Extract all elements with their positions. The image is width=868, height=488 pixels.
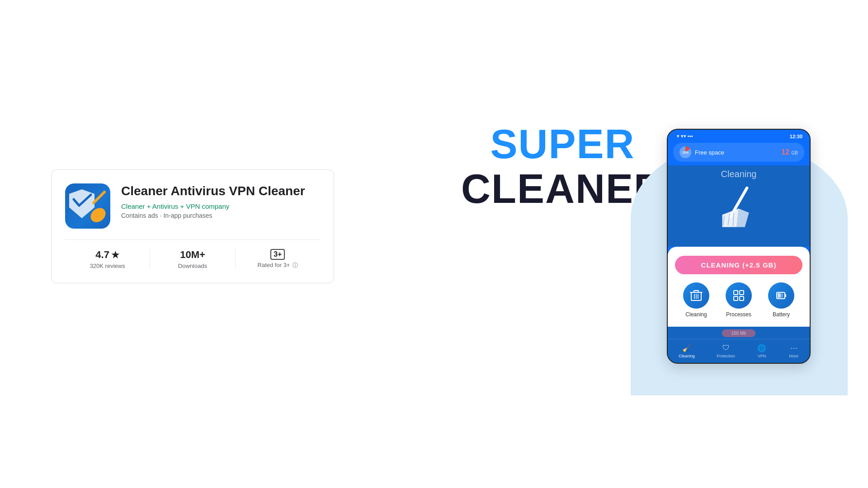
rating-value: 4.7★ <box>95 249 119 261</box>
star-icon: ★ <box>111 249 119 260</box>
app-icon <box>65 183 110 229</box>
phone-bottom-card: CLEANING (+2.5 GB) Cleaning <box>668 247 810 327</box>
processes-icon <box>732 289 745 302</box>
cleaning-action-button[interactable]: CLEANING (+2.5 GB) <box>675 256 802 274</box>
nav-more-label: More <box>789 354 798 358</box>
stat-downloads: 10M+ Downloads <box>150 249 235 269</box>
svg-rect-16 <box>734 291 738 295</box>
brand-title: SUPER CLEANER <box>461 122 664 211</box>
nav-item-more[interactable]: ⋯ More <box>789 343 799 358</box>
downloads-label: Downloads <box>178 263 207 269</box>
strip-size-label: 186 Mb <box>722 329 755 337</box>
svg-rect-18 <box>734 296 738 300</box>
app-developer: Cleaner + Antivirus + VPN company <box>121 202 320 210</box>
phone-battery-label-text: Battery <box>773 311 790 318</box>
app-title: Cleaner Antivirus VPN Cleaner <box>121 183 320 199</box>
svg-rect-22 <box>778 293 781 298</box>
phone-icon-processes[interactable]: Processes <box>726 282 752 318</box>
svg-line-1 <box>94 192 104 203</box>
app-card-header: Cleaner Antivirus VPN Cleaner Cleaner + … <box>65 183 320 229</box>
phone-processes-icon-circle <box>726 282 752 309</box>
phone-bottom-strip: 186 Mb <box>668 327 810 339</box>
progress-circle: 15% <box>679 146 691 158</box>
app-info: Cleaner Antivirus VPN Cleaner Cleaner + … <box>121 183 320 219</box>
svg-rect-21 <box>785 294 786 297</box>
nav-cleaning-label: Cleaning <box>679 354 695 358</box>
phone-nav-bar: 🧹 Cleaning 🛡 Protection 🌐 VPN ⋯ More <box>668 339 810 363</box>
phone-cleaning-label: Cleaning <box>721 169 757 179</box>
app-store-card: Cleaner Antivirus VPN Cleaner Cleaner + … <box>51 169 334 283</box>
nav-protection-label: Protection <box>717 354 735 358</box>
phone-icon-battery[interactable]: Battery <box>768 282 794 318</box>
phone-mockup-container: ▾ ▾▾ ▪▪▪ 12:30 15% Free space 12 GB Clea… <box>667 129 816 364</box>
free-space-label: Free space <box>695 149 724 156</box>
nav-vpn-icon: 🌐 <box>757 343 767 353</box>
free-space-number: 12 <box>781 148 789 156</box>
nav-protection-icon: 🛡 <box>721 343 731 353</box>
rated-label: Rated for 3+ ⓘ <box>258 262 298 269</box>
nav-vpn-label: VPN <box>758 354 766 358</box>
phone-mockup: ▾ ▾▾ ▪▪▪ 12:30 15% Free space 12 GB Clea… <box>667 129 811 364</box>
phone-main-area: Cleaning <box>668 165 810 247</box>
phone-cleaning-label-text: Cleaning <box>685 311 707 318</box>
app-icon-svg <box>67 186 108 226</box>
broom-icon-svg <box>716 184 761 229</box>
brand-super-text: SUPER <box>461 122 664 167</box>
nav-cleaning-icon: 🧹 <box>682 343 692 353</box>
nav-item-protection[interactable]: 🛡 Protection <box>717 343 735 358</box>
nav-item-vpn[interactable]: 🌐 VPN <box>757 343 767 358</box>
stat-rating-age: 3+ Rated for 3+ ⓘ <box>235 249 320 269</box>
free-space-unit: GB <box>792 150 798 155</box>
phone-icons-row: Cleaning Processes <box>675 282 802 318</box>
signal-icons: ▾ ▾▾ ▪▪▪ <box>675 133 693 139</box>
svg-rect-17 <box>740 291 744 295</box>
svg-rect-23 <box>781 293 783 298</box>
app-meta: Contains ads · In-app purchases <box>121 212 320 219</box>
phone-processes-label-text: Processes <box>726 311 751 318</box>
phone-cleaning-icon-circle <box>683 282 709 309</box>
svg-rect-12 <box>694 291 698 292</box>
app-stats: 4.7★ 320K reviews 10M+ Downloads 3+ Rate… <box>65 239 320 269</box>
downloads-value: 10M+ <box>180 249 205 261</box>
phone-status-bar: ▾ ▾▾ ▪▪▪ 12:30 <box>668 130 810 143</box>
trash-icon <box>689 289 703 302</box>
svg-marker-6 <box>736 209 749 227</box>
free-space-bar: 15% Free space 12 GB <box>673 143 804 162</box>
battery-icon <box>774 289 788 302</box>
rating-label: 320K reviews <box>90 263 125 269</box>
free-space-left: 15% Free space <box>679 146 724 158</box>
phone-icon-cleaning[interactable]: Cleaning <box>683 282 709 318</box>
svg-rect-19 <box>740 296 744 300</box>
free-space-value-container: 12 GB <box>781 148 798 156</box>
status-time: 12:30 <box>790 134 802 139</box>
nav-more-icon: ⋯ <box>789 343 799 353</box>
nav-item-cleaning[interactable]: 🧹 Cleaning <box>679 343 695 358</box>
stat-rating: 4.7★ 320K reviews <box>65 249 150 269</box>
rated-badge: 3+ <box>270 249 285 260</box>
rated-badge-value: 3+ <box>270 249 285 260</box>
svg-marker-5 <box>722 209 739 227</box>
phone-battery-icon-circle <box>768 282 794 309</box>
